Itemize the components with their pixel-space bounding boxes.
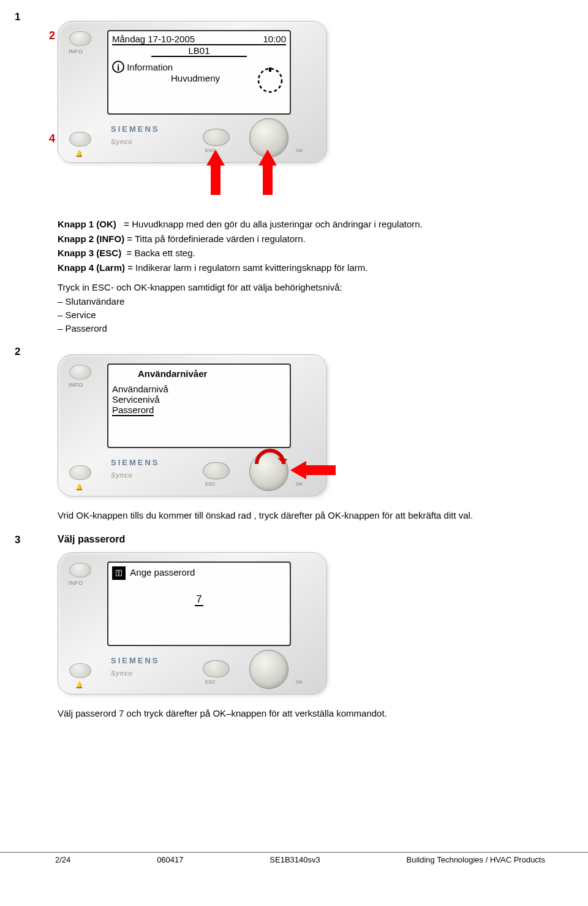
footer-docid: SE1B3140sv3 xyxy=(270,855,320,864)
k3-label: Knapp 3 (ESC) xyxy=(58,248,121,258)
footer-page: 2/24 xyxy=(55,855,70,864)
alarm-button[interactable] xyxy=(69,465,91,480)
esc-button[interactable] xyxy=(203,462,230,479)
dashed-dial-icon xyxy=(257,67,284,94)
info-label: INFO xyxy=(69,382,83,388)
device-panel-3: INFO 🔔 ⚿ Ange passerord 7 SIEMENS Synco … xyxy=(58,552,327,695)
bell-icon: 🔔 xyxy=(75,150,83,157)
screen-title: LB01 xyxy=(151,45,247,57)
brand-label: SIEMENS xyxy=(111,458,160,467)
info-button[interactable] xyxy=(69,31,91,46)
callout-2: 2 xyxy=(49,29,55,42)
step-number-1: 1 xyxy=(15,11,20,23)
k4-desc: = Indikerar larm i regulatorn samt kvitt… xyxy=(127,262,368,273)
k1-label: Knapp 1 (OK) xyxy=(58,219,116,229)
ok-dial[interactable] xyxy=(249,650,288,689)
key-descriptions: Knapp 1 (OK) = Huvudknapp med den gör du… xyxy=(58,218,523,335)
esc-label: ESC xyxy=(205,481,215,487)
level-item: Passerord xyxy=(58,322,523,335)
callout-4: 4 xyxy=(49,132,55,145)
esc-label: ESC xyxy=(205,679,215,685)
screen3-value: 7 xyxy=(195,593,203,606)
levels-list: Slutanvändare Service Passerord xyxy=(58,295,523,335)
synco-label: Synco xyxy=(111,669,133,677)
ok-label: OK xyxy=(296,481,303,487)
lcd-screen-3: ⚿ Ange passerord 7 xyxy=(107,561,291,646)
esc-button[interactable] xyxy=(203,129,230,146)
rotate-text: Vrid OK-knappen tills du kommer till öns… xyxy=(58,510,523,520)
k4-label: Knapp 4 (Larm) xyxy=(58,262,125,273)
ok-label: OK xyxy=(296,679,303,685)
screen2-line2: Servicenivå xyxy=(112,394,286,405)
synco-label: Synco xyxy=(111,471,133,479)
lcd-screen-1: Måndag 17-10-2005 10:00 LB01 i Informati… xyxy=(107,30,291,115)
k3-desc: = Backa ett steg. xyxy=(127,248,195,258)
svg-rect-1 xyxy=(269,67,271,72)
footer-org: Building Technologies / HVAC Products xyxy=(407,855,545,864)
ok-label: OK xyxy=(296,148,303,153)
screen2-header: Användarnivåer xyxy=(138,368,286,379)
final-text: Välj passerord 7 och tryck därefter på O… xyxy=(58,708,523,718)
bell-icon: 🔔 xyxy=(75,484,83,490)
footer-date: 060417 xyxy=(157,855,183,864)
press-text: Tryck in ESC- och OK-knappen samtidigt f… xyxy=(58,282,523,292)
level-item: Slutanvändare xyxy=(58,295,523,308)
svg-point-0 xyxy=(258,69,282,92)
esc-button[interactable] xyxy=(203,660,230,677)
brand-label: SIEMENS xyxy=(111,656,160,665)
k2-desc: = Titta på fördefinierade värden i regul… xyxy=(127,234,305,244)
bell-icon: 🔔 xyxy=(75,682,83,688)
screen2-line1: Användarnivå xyxy=(112,384,286,394)
level-item: Service xyxy=(58,308,523,322)
lcd-screen-2: Användarnivåer Användarnivå Servicenivå … xyxy=(107,364,291,448)
k1-desc: = Huvudknapp med den gör du alla justeri… xyxy=(124,219,422,229)
info-label: INFO xyxy=(69,48,83,55)
step-number-3: 3 xyxy=(15,534,43,546)
screen2-line3: Passerord xyxy=(112,405,154,416)
info-button[interactable] xyxy=(69,563,91,577)
arrow-esc-icon xyxy=(206,150,225,195)
key-icon: ⚿ xyxy=(112,566,126,580)
device-panel-2: INFO 🔔 Användarnivåer Användarnivå Servi… xyxy=(58,354,327,497)
screen-time: 10:00 xyxy=(263,34,286,44)
rotate-arc-icon xyxy=(252,446,288,470)
screen-info-1: Information xyxy=(127,62,173,72)
screen-date: Måndag 17-10-2005 xyxy=(112,34,195,44)
alarm-button[interactable] xyxy=(69,132,91,147)
info-label: INFO xyxy=(69,580,83,586)
alarm-button[interactable] xyxy=(69,663,91,678)
page-footer: 2/24 060417 SE1B3140sv3 Building Technol… xyxy=(0,852,588,870)
info-button[interactable] xyxy=(69,365,91,379)
step3-heading: Välj passerord xyxy=(58,534,125,546)
k2-label: Knapp 2 (INFO) xyxy=(58,234,124,244)
screen3-header: Ange passerord xyxy=(130,567,195,577)
brand-label: SIEMENS xyxy=(111,124,160,134)
synco-label: Synco xyxy=(111,138,133,145)
step-number-2: 2 xyxy=(15,346,20,358)
device-panel-1: INFO 🔔 Måndag 17-10-2005 10:00 LB01 i In… xyxy=(58,21,327,163)
info-icon: i xyxy=(112,61,124,73)
arrow-ok-icon xyxy=(258,150,277,195)
